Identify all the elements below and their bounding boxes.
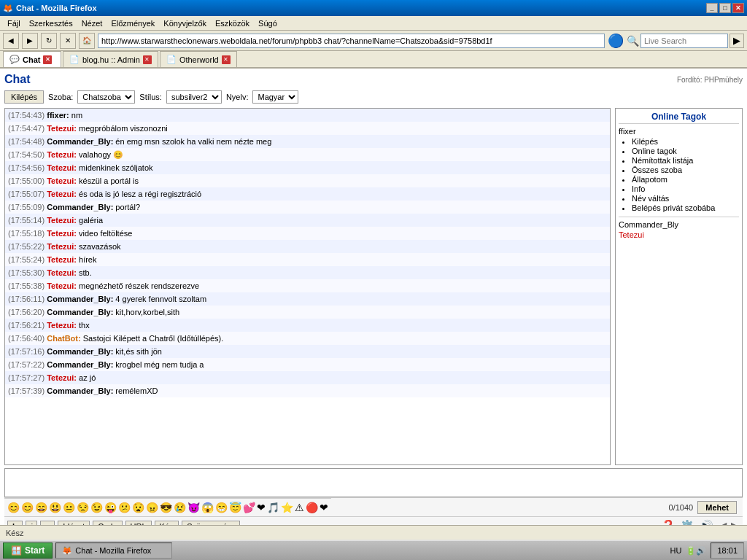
emoji-button[interactable]: 😄: [35, 502, 47, 513]
stop-button[interactable]: ✕: [60, 33, 76, 49]
tab-chat[interactable]: 💬 Chat ✕: [3, 51, 61, 67]
menu-bookmarks[interactable]: Könyvjelzők: [159, 18, 211, 28]
msg-user: Tetezui:: [47, 255, 77, 264]
page-title: Chat: [4, 73, 31, 86]
emoji-button[interactable]: 😊: [21, 502, 34, 513]
address-bar: ◀ ▶ ↻ ✕ 🏠 🔵 🔍 ▶: [0, 31, 747, 51]
forward-button[interactable]: ▶: [22, 33, 38, 49]
emoji-button[interactable]: ⚠: [295, 502, 304, 513]
tab-otherworld-close[interactable]: ✕: [222, 55, 231, 64]
refresh-button[interactable]: ↻: [41, 33, 57, 49]
emoji-button[interactable]: ❤: [320, 502, 328, 513]
tab-blog[interactable]: 📄 blog.hu :: Admin ✕: [63, 51, 158, 67]
emoji-button[interactable]: 😃: [49, 502, 61, 513]
msg-time: (17:57:39): [8, 386, 44, 395]
msg-text: video feltöltése: [79, 229, 132, 238]
menu-bar: Fájl Szerkesztés Nézet Előzmények Könyvj…: [0, 16, 747, 31]
address-input[interactable]: [98, 34, 605, 48]
sidebar-menu-exit[interactable]: Kilépés: [632, 137, 739, 146]
taskbar-lang: HU: [670, 546, 682, 555]
home-button[interactable]: 🏠: [79, 33, 95, 49]
msg-user: Commander_Bly:: [47, 137, 113, 146]
emoji-button[interactable]: ⭐: [281, 502, 293, 513]
message-input[interactable]: [5, 469, 742, 495]
tab-blog-close[interactable]: ✕: [143, 55, 152, 64]
emoji-button[interactable]: 😊: [7, 502, 20, 513]
msg-user: Commander_Bly:: [47, 203, 113, 211]
windows-icon: 🪟: [11, 545, 22, 556]
start-button[interactable]: 🪟 Start: [3, 542, 53, 559]
status-bar: Kész: [0, 525, 747, 540]
sidebar-menu-status[interactable]: Állapotom: [632, 175, 739, 184]
emoji-button[interactable]: 😢: [174, 502, 186, 513]
search-input[interactable]: [640, 34, 728, 48]
menu-view[interactable]: Nézet: [77, 18, 107, 28]
style-select[interactable]: subsilver2: [166, 90, 222, 104]
emoji-button[interactable]: 😇: [229, 502, 241, 513]
emoji-button[interactable]: 😠: [146, 502, 158, 513]
messages-container[interactable]: (17:54:43) ffixer: nm(17:54:47) Tetezui:…: [4, 108, 611, 465]
sidebar-menu-info[interactable]: Info: [632, 184, 739, 193]
tabs-bar: 💬 Chat ✕ 📄 blog.hu :: Admin ✕ 📄 Otherwor…: [0, 51, 747, 69]
close-button[interactable]: ✕: [732, 3, 744, 13]
emoji-button[interactable]: 🔴: [306, 502, 318, 513]
menu-help[interactable]: Súgó: [254, 18, 282, 28]
emoji-button[interactable]: 😐: [63, 502, 75, 513]
emoji-button[interactable]: 😕: [118, 502, 131, 513]
table-row: (17:56:40) ChatBot: Sastojci Kilépett a …: [5, 332, 610, 345]
emoji-button[interactable]: 😈: [187, 502, 200, 513]
back-button[interactable]: ◀: [3, 33, 19, 49]
taskbar-firefox-item[interactable]: 🦊 Chat - Mozilla Firefox: [55, 542, 172, 559]
online-user-tetezui: Tetezui: [619, 230, 739, 239]
room-select[interactable]: Chatszoba: [77, 90, 135, 104]
sidebar-menu-allroom[interactable]: Összes szoba: [632, 166, 739, 174]
msg-user: Tetezui:: [47, 373, 77, 382]
menu-edit[interactable]: Szerkesztés: [25, 18, 77, 28]
emoji-button[interactable]: 😱: [201, 502, 214, 513]
maximize-button[interactable]: □: [719, 3, 731, 13]
msg-text: nm: [71, 111, 82, 120]
emoji-button[interactable]: 😉: [90, 502, 103, 513]
emoji-button[interactable]: 🎵: [267, 502, 279, 513]
emoji-button[interactable]: 😎: [160, 502, 172, 513]
msg-user: Tetezui:: [47, 321, 77, 330]
msg-time: (17:56:40): [8, 334, 44, 343]
emoji-button[interactable]: 😜: [104, 502, 117, 513]
menu-file[interactable]: Fájl: [3, 18, 25, 28]
emoji-button[interactable]: 😒: [77, 502, 89, 513]
msg-text: 4 gyerek fennvolt szoltam: [115, 295, 206, 303]
minimize-button[interactable]: _: [706, 3, 718, 13]
msg-user: Tetezui:: [47, 216, 77, 225]
lang-select[interactable]: Magyar: [252, 90, 298, 104]
emoji-button[interactable]: 😧: [132, 502, 144, 513]
tab-chat-close[interactable]: ✕: [43, 55, 52, 64]
sidebar-menu-muted[interactable]: Némítottak listája: [632, 156, 739, 165]
online-user-commanderbly: Commander_Bly: [619, 220, 739, 229]
exit-button[interactable]: Kilépés: [4, 90, 44, 104]
taskbar-icons: 🔋🔊: [686, 546, 706, 556]
emoji-button[interactable]: 😁: [215, 502, 228, 513]
tab-chat-icon: 💬: [9, 55, 20, 64]
emoji-button[interactable]: ❤: [257, 502, 266, 513]
msg-text: portál?: [115, 203, 140, 211]
menu-tools[interactable]: Eszközök: [211, 18, 254, 28]
send-button[interactable]: Mehet: [697, 501, 737, 514]
search-button[interactable]: ▶: [729, 34, 744, 48]
menu-history[interactable]: Előzmények: [107, 18, 159, 28]
tab-otherworld-icon: 📄: [166, 55, 177, 64]
sidebar-menu-private[interactable]: Belépés privát szobába: [632, 203, 739, 212]
tab-otherworld[interactable]: 📄 Otherworld ✕: [160, 51, 237, 67]
emoji-button[interactable]: 💕: [243, 502, 255, 513]
msg-text: stb.: [79, 268, 92, 277]
msg-user: Tetezui:: [47, 229, 77, 238]
table-row: (17:57:39) Commander_Bly: remélemXD: [5, 384, 610, 397]
msg-user: Commander_Bly:: [47, 308, 113, 316]
msg-time: (17:57:27): [8, 373, 44, 382]
sidebar-menu-online[interactable]: Online tagok: [632, 147, 739, 155]
table-row: (17:54:48) Commander_Bly: én emg msn szo…: [5, 135, 610, 148]
sidebar-menu-rename[interactable]: Név váltás: [632, 194, 739, 203]
chat-body: (17:54:43) ffixer: nm(17:54:47) Tetezui:…: [4, 108, 743, 465]
msg-user: ChatBot:: [47, 334, 80, 343]
controls-bar: Kilépés Szoba: Chatszoba Stílus: subsilv…: [4, 90, 743, 104]
table-row: (17:54:50) Tetezui: valahogy 😊: [5, 148, 610, 161]
